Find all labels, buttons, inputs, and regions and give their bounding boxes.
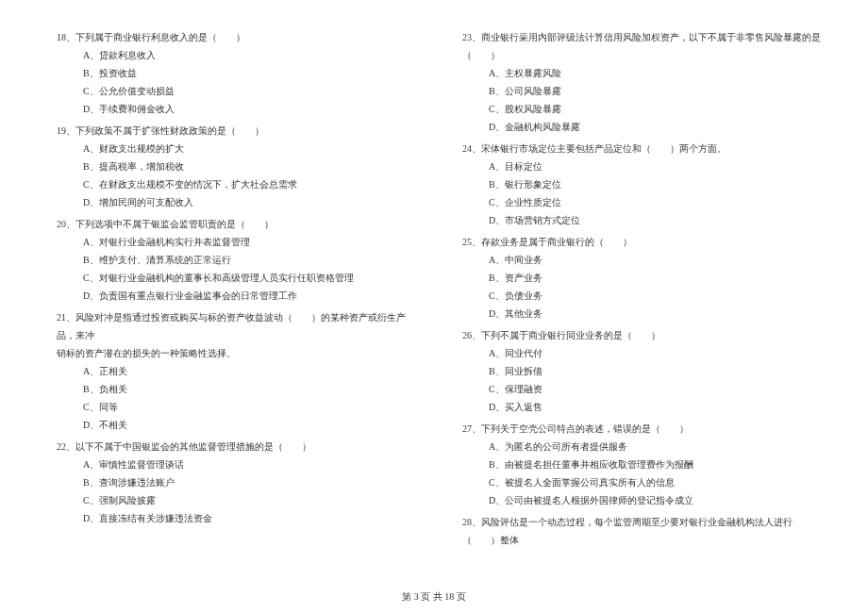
question-stem: 21、风险对冲是指通过投资或购买与标的资产收益波动（ ）的某种资产或衍生产品，来…: [57, 308, 415, 344]
option-b: B、同业拆借: [462, 362, 821, 380]
question-stem: 27、下列关于空壳公司特点的表述，错误的是（ ）: [462, 420, 821, 438]
option-d: D、金融机构风险暴露: [462, 118, 821, 136]
option-b: B、查询涉嫌违法账户: [57, 473, 415, 491]
option-a: A、正相关: [57, 362, 415, 380]
question-stem: 23、商业银行采用内部评级法计算信用风险加权资产，以下不属于非零售风险暴露的是（…: [462, 28, 821, 64]
question-num: 25: [462, 237, 472, 247]
question-stem: 20、下列选项中不属于银监会监管职责的是（ ）: [57, 215, 415, 233]
question-num: 18: [57, 32, 66, 42]
question-20: 20、下列选项中不属于银监会监管职责的是（ ） A、对银行业金融机构实行并表监督…: [57, 215, 415, 305]
stem-line-2: 销标的资产潜在的损失的一种策略性选择。: [57, 344, 415, 362]
stem-text: 下列关于空壳公司特点的表述，错误的是（ ）: [481, 423, 689, 434]
question-num: 23: [462, 32, 472, 42]
stem-text: 下列属于商业银行利息收入的是（ ）: [75, 32, 245, 42]
option-d: D、买入返售: [462, 398, 821, 416]
option-c: C、负债业务: [462, 287, 821, 305]
question-num: 20: [57, 219, 66, 229]
page-content: 18、下列属于商业银行利息收入的是（ ） A、贷款利息收入 B、投资收益 C、公…: [57, 28, 821, 575]
option-d: D、手续费和佣金收入: [57, 100, 415, 118]
option-b: B、提高税率，增加税收: [57, 157, 415, 175]
option-c: C、在财政支出规模不变的情况下，扩大社会总需求: [57, 175, 415, 193]
option-d: D、直接冻结有关涉嫌违法资金: [57, 509, 415, 527]
question-num: 28: [462, 517, 472, 527]
question-num: 27: [462, 423, 472, 434]
left-column: 18、下列属于商业银行利息收入的是（ ） A、贷款利息收入 B、投资收益 C、公…: [57, 28, 415, 575]
option-a: A、主权暴露风险: [462, 64, 821, 82]
question-18: 18、下列属于商业银行利息收入的是（ ） A、贷款利息收入 B、投资收益 C、公…: [57, 28, 415, 118]
question-num: 19: [57, 125, 66, 136]
option-c: C、同等: [57, 398, 415, 416]
question-19: 19、下列政策不属于扩张性财政政策的是（ ） A、财政支出规模的扩大 B、提高税…: [57, 122, 415, 211]
option-c: C、股权风险暴露: [462, 100, 821, 118]
option-b: B、银行形象定位: [462, 175, 821, 193]
question-stem: 25、存款业务是属于商业银行的（ ）: [462, 233, 821, 251]
option-d: D、不相关: [57, 416, 415, 434]
option-a: A、财政支出规模的扩大: [57, 140, 415, 157]
option-c: C、被提名人全面掌握公司真实所有人的信息: [462, 473, 821, 491]
option-a: A、目标定位: [462, 157, 821, 175]
option-b: B、资产业务: [462, 269, 821, 287]
stem-text: 风险评估是一个动态过程，每个监管周期至少要对银行业金融机构法人进行（ ）整体: [462, 517, 793, 545]
question-27: 27、下列关于空壳公司特点的表述，错误的是（ ） A、为匿名的公司所有者提供服务…: [462, 420, 821, 509]
option-b: B、由被提名担任董事并相应收取管理费作为报酬: [462, 456, 821, 473]
option-a: A、贷款利息收入: [57, 46, 415, 64]
question-stem: 28、风险评估是一个动态过程，每个监管周期至少要对银行业金融机构法人进行（ ）整…: [462, 513, 821, 549]
question-stem: 19、下列政策不属于扩张性财政政策的是（ ）: [57, 122, 415, 140]
option-a: A、对银行业金融机构实行并表监督管理: [57, 233, 415, 251]
question-stem: 22、以下不属于中国银监会的其他监督管理措施的是（ ）: [57, 438, 415, 456]
stem-text: 存款业务是属于商业银行的（ ）: [481, 237, 632, 247]
question-stem: 18、下列属于商业银行利息收入的是（ ）: [57, 28, 415, 46]
option-b: B、负相关: [57, 380, 415, 398]
option-c: C、保理融资: [462, 380, 821, 398]
question-22: 22、以下不属于中国银监会的其他监督管理措施的是（ ） A、审慎性监督管理谈话 …: [57, 438, 415, 527]
option-d: D、负责国有重点银行业金融监事会的日常管理工作: [57, 287, 415, 305]
question-num: 22: [57, 441, 66, 452]
question-num: 26: [462, 330, 472, 340]
stem-text: 下列不属于商业银行同业业务的是（ ）: [481, 330, 660, 340]
option-a: A、审慎性监督管理谈话: [57, 456, 415, 473]
question-28: 28、风险评估是一个动态过程，每个监管周期至少要对银行业金融机构法人进行（ ）整…: [462, 513, 821, 549]
option-a: A、同业代付: [462, 344, 821, 362]
question-24: 24、宋体银行市场定位主要包括产品定位和（ ）两个方面。 A、目标定位 B、银行…: [462, 140, 821, 229]
option-d: D、公司由被提名人根据外国律师的登记指令成立: [462, 491, 821, 509]
option-c: C、强制风险披露: [57, 491, 415, 509]
question-25: 25、存款业务是属于商业银行的（ ） A、中间业务 B、资产业务 C、负债业务 …: [462, 233, 821, 323]
right-column: 23、商业银行采用内部评级法计算信用风险加权资产，以下不属于非零售风险暴露的是（…: [462, 28, 821, 575]
option-d: D、其他业务: [462, 305, 821, 323]
question-23: 23、商业银行采用内部评级法计算信用风险加权资产，以下不属于非零售风险暴露的是（…: [462, 28, 821, 136]
question-num: 24: [462, 143, 472, 154]
option-c: C、对银行业金融机构的董事长和高级管理人员实行任职资格管理: [57, 269, 415, 287]
page-footer: 第 3 页 共 18 页: [0, 590, 868, 604]
question-26: 26、下列不属于商业银行同业业务的是（ ） A、同业代付 B、同业拆借 C、保理…: [462, 326, 821, 416]
option-a: A、中间业务: [462, 251, 821, 269]
stem-text: 宋体银行市场定位主要包括产品定位和（ ）两个方面。: [481, 143, 726, 154]
option-c: C、企业性质定位: [462, 193, 821, 211]
question-stem: 26、下列不属于商业银行同业业务的是（ ）: [462, 326, 821, 344]
question-num: 21: [57, 312, 66, 323]
option-c: C、公允价值变动损益: [57, 82, 415, 100]
question-21: 21、风险对冲是指通过投资或购买与标的资产收益波动（ ）的某种资产或衍生产品，来…: [57, 308, 415, 434]
question-stem: 24、宋体银行市场定位主要包括产品定位和（ ）两个方面。: [462, 140, 821, 157]
stem-text: 下列政策不属于扩张性财政政策的是（ ）: [75, 125, 264, 136]
option-b: B、维护支付、清算系统的正常运行: [57, 251, 415, 269]
stem-text: 下列选项中不属于银监会监管职责的是（ ）: [75, 219, 274, 229]
stem-text: 商业银行采用内部评级法计算信用风险加权资产，以下不属于非零售风险暴露的是（ ）: [462, 32, 821, 60]
option-a: A、为匿名的公司所有者提供服务: [462, 438, 821, 456]
option-d: D、增加民间的可支配收入: [57, 193, 415, 211]
option-b: B、公司风险暴露: [462, 82, 821, 100]
option-b: B、投资收益: [57, 64, 415, 82]
stem-text: 风险对冲是指通过投资或购买与标的资产收益波动（ ）的某种资产或衍生产品，来冲: [57, 312, 406, 340]
option-d: D、市场营销方式定位: [462, 211, 821, 229]
stem-text: 以下不属于中国银监会的其他监督管理措施的是（ ）: [75, 441, 311, 452]
